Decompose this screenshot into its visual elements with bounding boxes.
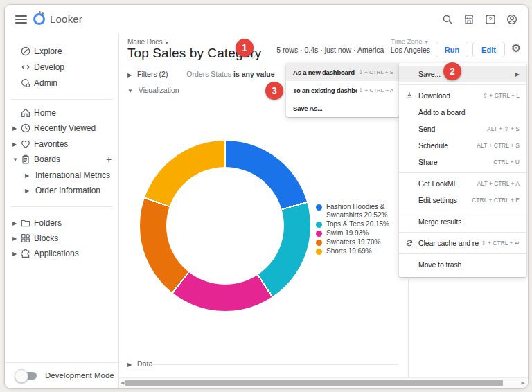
chevron-right-icon: ▶ xyxy=(12,125,17,132)
menu-item-send[interactable]: Send ALT + ⇧ + S xyxy=(399,121,526,137)
menu-divider xyxy=(399,232,526,233)
sidebar-item-admin[interactable]: Admin xyxy=(5,75,118,91)
title-divider xyxy=(119,62,528,62)
sidebar-item-favorites[interactable]: ▶ Favorites xyxy=(5,136,118,152)
looker-logo[interactable]: Looker xyxy=(33,13,82,25)
legend-label: Swim 19.93% xyxy=(326,229,369,238)
filters-label[interactable]: Filters (2) xyxy=(137,70,168,78)
sidebar-item-label: Order Information xyxy=(35,186,100,195)
menu-item-shortcut: ⇧ + CTRL + A xyxy=(359,87,393,93)
menu-divider xyxy=(399,84,526,85)
legend-item[interactable]: Swim 19.93% xyxy=(316,229,403,238)
donut-chart[interactable] xyxy=(140,141,310,311)
sidebar-item-label: Explore xyxy=(34,46,62,56)
settings-gear-icon[interactable]: ⚙ xyxy=(510,42,522,55)
menu-item-get-lookml[interactable]: Get LookML ALT + CTRL + A xyxy=(399,175,526,192)
menu-item-label: Clear cache and refresh xyxy=(418,239,479,247)
menu-item-shortcut: CTRL + CTRL + E xyxy=(472,197,520,204)
menu-item-shortcut: CTRL + U xyxy=(493,159,520,166)
help-icon[interactable]: ? xyxy=(484,13,497,26)
code-icon xyxy=(20,62,31,73)
home-icon xyxy=(20,107,31,118)
sidebar-item-explore[interactable]: Explore xyxy=(5,44,118,59)
menu-item-schedule[interactable]: Schedule ALT + CTRL + S xyxy=(399,137,526,154)
legend-item[interactable]: Sweaters 19.70% xyxy=(316,238,403,247)
scroll-left-icon[interactable]: ◀ xyxy=(121,380,124,386)
horizontal-scrollbar[interactable]: ◀ ▶ xyxy=(119,377,528,388)
legend-dot xyxy=(316,231,322,237)
sidebar-item-boards[interactable]: ▼ Boards + xyxy=(5,152,118,167)
chevron-right-icon: ▶ xyxy=(127,72,132,78)
sidebar: Explore Develop Admin Home ▶ Recently Vi… xyxy=(5,34,119,388)
applications-icon xyxy=(20,248,31,259)
data-divider xyxy=(151,364,398,365)
sidebar-item-home[interactable]: Home xyxy=(5,105,118,121)
scroll-right-icon[interactable]: ▶ xyxy=(522,380,525,386)
data-section-header[interactable]: ▶ Data xyxy=(127,359,152,368)
hamburger-menu-icon[interactable] xyxy=(15,15,27,24)
menu-item-merge-results[interactable]: Merge results xyxy=(399,213,526,230)
sidebar-item-blocks[interactable]: ▶ Blocks xyxy=(5,231,118,246)
visualization-label: Visualization xyxy=(139,86,179,94)
sidebar-item-recently-viewed[interactable]: ▶ Recently Viewed xyxy=(5,121,118,136)
submenu-arrow-icon: ▶ xyxy=(515,71,520,78)
sidebar-divider xyxy=(10,206,113,207)
add-board-plus-icon[interactable]: + xyxy=(106,154,112,165)
save-submenu: As a new dashboard ⇧ + CTRL + S To an ex… xyxy=(286,63,399,117)
looker-logo-icon xyxy=(33,13,45,25)
menu-item-label: Edit settings xyxy=(418,196,457,204)
app-name: Looker xyxy=(50,13,82,25)
menu-item-label: Save... xyxy=(418,70,441,78)
sidebar-item-applications[interactable]: ▶ Applications xyxy=(5,246,118,261)
scrollbar-thumb[interactable] xyxy=(125,380,503,386)
menu-item-download[interactable]: Download ⇧ + CTRL + L xyxy=(399,87,526,104)
donut-hole xyxy=(166,167,284,285)
sidebar-item-order-information[interactable]: ▶ Order Information xyxy=(5,183,118,198)
edit-button[interactable]: Edit xyxy=(472,42,505,57)
menu-item-save-as[interactable]: Save As... xyxy=(286,99,399,117)
menu-item-to-an-existing-dashboard[interactable]: To an existing dashboard ⇧ + CTRL + A xyxy=(286,81,399,99)
menu-item-label: Move to trash xyxy=(418,260,461,269)
account-icon[interactable] xyxy=(506,13,518,26)
timezone-selector[interactable]: Time Zone ▼ xyxy=(391,37,429,45)
legend-dot xyxy=(316,204,322,211)
marketplace-icon[interactable] xyxy=(463,13,475,26)
sidebar-item-international-metrics[interactable]: ▶ International Metrics xyxy=(5,168,118,183)
menu-item-label: Merge results xyxy=(418,217,461,226)
chevron-right-icon: ▶ xyxy=(12,235,17,242)
menu-item-clear-cache-and-refresh[interactable]: Clear cache and refresh ⇧ + CTRL + ↵ xyxy=(399,235,526,251)
menu-item-add-to-a-board[interactable]: Add to a board xyxy=(399,104,526,121)
chevron-right-icon: ▶ xyxy=(12,251,17,257)
heart-icon xyxy=(20,139,31,150)
menu-item-shortcut: ALT + ⇧ + S xyxy=(487,125,520,132)
menu-item-move-to-trash[interactable]: Move to trash xyxy=(399,256,526,273)
chevron-right-icon: ▶ xyxy=(25,172,29,179)
menu-item-as-a-new-dashboard[interactable]: As a new dashboard ⇧ + CTRL + S xyxy=(286,63,399,81)
menu-item-label: Schedule xyxy=(418,141,448,150)
menu-item-share[interactable]: Share CTRL + U xyxy=(399,154,526,170)
legend-item[interactable]: Tops & Tees 20.15% xyxy=(316,220,403,229)
visualization-section-header[interactable]: ▼ Visualization xyxy=(127,86,179,94)
menu-item-shortcut: ⇧ + CTRL + ↵ xyxy=(481,240,520,247)
sidebar-item-label: Applications xyxy=(34,249,79,258)
menu-divider xyxy=(399,253,526,254)
filter-chip-orders-status[interactable]: Orders Status is any value xyxy=(186,70,274,78)
legend-item[interactable]: Fashion Hoodies & Sweatshirts 20.52% xyxy=(316,203,403,220)
menu-item-label: Save As... xyxy=(293,105,323,112)
refresh-icon xyxy=(405,238,414,248)
chevron-right-icon: ▶ xyxy=(25,188,29,194)
sidebar-item-folders[interactable]: ▶ Folders xyxy=(5,215,118,231)
menu-item-label: Add to a board xyxy=(418,108,466,116)
menu-item-edit-settings[interactable]: Edit settings CTRL + CTRL + E xyxy=(399,192,526,208)
menu-item-save[interactable]: Save... ▶ xyxy=(399,66,526,82)
panel-divider xyxy=(408,279,409,378)
run-button[interactable]: Run xyxy=(436,42,468,57)
screenshot-stage: Looker ? Explore Develop xyxy=(0,0,532,392)
sidebar-item-develop[interactable]: Develop xyxy=(5,60,118,75)
search-icon[interactable] xyxy=(441,13,454,26)
legend-item[interactable]: Shorts 19.69% xyxy=(316,247,403,256)
development-mode-toggle[interactable] xyxy=(15,371,38,380)
annotation-badge-1: 1 xyxy=(236,39,254,57)
sidebar-item-label: Boards xyxy=(34,154,60,164)
breadcrumb[interactable]: Marie Docs ▼ xyxy=(127,38,169,46)
